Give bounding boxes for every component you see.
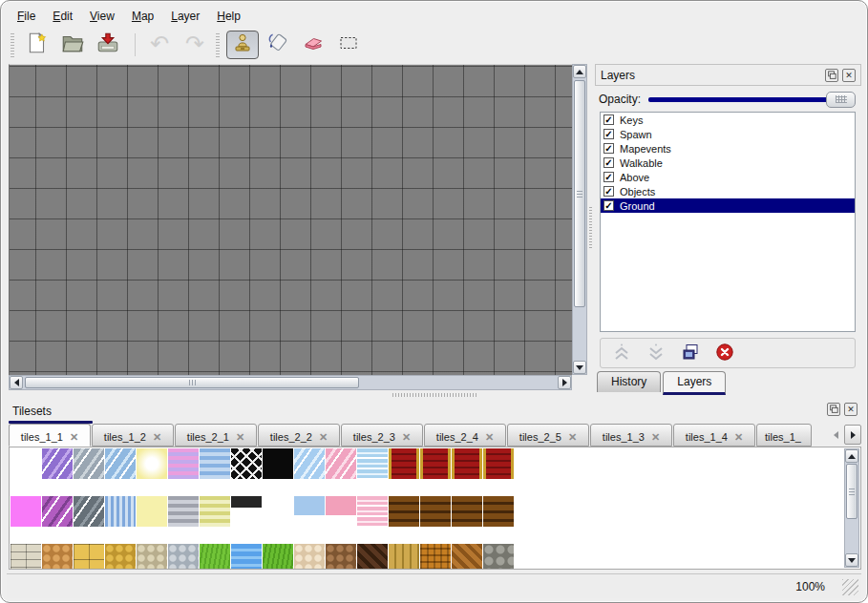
layer-visibility-checkbox[interactable]: ✓ <box>603 129 614 139</box>
tile-r2-c8[interactable] <box>231 496 262 527</box>
tile-r2-c3[interactable] <box>74 496 104 527</box>
tile-r1-c14[interactable] <box>420 448 451 479</box>
stamp-tool-button[interactable] <box>226 31 259 59</box>
tab-close-icon[interactable]: ✕ <box>651 431 660 444</box>
tile-r3-c12[interactable] <box>357 544 388 570</box>
tileset-tab-tiles_2_3[interactable]: tiles_2_3✕ <box>341 424 423 447</box>
tile-r2-c13[interactable] <box>389 496 419 527</box>
tab-layers[interactable]: Layers <box>663 371 726 395</box>
scroll-down-arrow-icon[interactable] <box>845 553 858 567</box>
tab-close-icon[interactable]: ✕ <box>153 431 161 444</box>
layer-visibility-checkbox[interactable]: ✓ <box>603 200 614 211</box>
menu-map[interactable]: Map <box>123 8 162 25</box>
tileset-tab-tiles_1_4[interactable]: tiles_1_4✕ <box>673 424 755 447</box>
scroll-right-arrow-icon[interactable] <box>558 376 571 389</box>
tile-r1-c8[interactable] <box>231 448 262 479</box>
tile-r2-c6[interactable] <box>168 496 199 527</box>
undo-button[interactable]: ↶ <box>143 31 176 59</box>
tab-scroll-right-icon[interactable] <box>844 425 861 445</box>
lower-layer-button[interactable] <box>645 342 667 364</box>
close-panel-icon[interactable]: ✕ <box>844 403 857 416</box>
tile-r1-c3[interactable] <box>74 448 104 479</box>
layer-row-ground[interactable]: ✓Ground <box>601 198 855 213</box>
tab-close-icon[interactable]: ✕ <box>319 431 328 444</box>
tile-r2-c12[interactable] <box>357 496 388 527</box>
menu-view[interactable]: View <box>81 8 123 25</box>
tile-r3-c5[interactable] <box>137 544 167 570</box>
close-panel-icon[interactable]: ✕ <box>842 69 856 82</box>
tab-close-icon[interactable]: ✕ <box>70 431 78 444</box>
layer-visibility-checkbox[interactable]: ✓ <box>603 114 614 125</box>
duplicate-layer-button[interactable] <box>679 342 702 364</box>
tile-r3-c7[interactable] <box>200 544 230 570</box>
tile-r3-c3[interactable] <box>74 544 104 570</box>
tile-r2-c1[interactable] <box>11 496 41 527</box>
tile-r1-c13[interactable] <box>389 448 419 479</box>
open-button[interactable] <box>56 31 89 59</box>
tileset-tab-tiles_1_3[interactable]: tiles_1_3✕ <box>590 424 672 447</box>
layer-row-above[interactable]: ✓Above <box>601 170 855 184</box>
tile-r3-c15[interactable] <box>452 544 482 570</box>
tile-r1-c16[interactable] <box>483 448 514 479</box>
layer-row-mapevents[interactable]: ✓Mapevents <box>601 141 855 156</box>
tileset-tab-tiles_2_5[interactable]: tiles_2_5✕ <box>507 424 589 447</box>
tile-r2-c16[interactable] <box>483 496 514 527</box>
layer-visibility-checkbox[interactable]: ✓ <box>603 172 614 182</box>
delete-layer-button[interactable] <box>713 342 736 364</box>
tile-r1-c7[interactable] <box>200 448 230 479</box>
tile-r2-c11[interactable] <box>326 496 356 527</box>
tile-r3-c4[interactable] <box>105 544 136 570</box>
tab-scroll-left-icon[interactable] <box>829 425 842 445</box>
tileset-tab-tiles_1_1[interactable]: tiles_1_1✕ <box>9 424 91 447</box>
tile-r3-c11[interactable] <box>326 544 356 570</box>
layer-visibility-checkbox[interactable]: ✓ <box>603 186 614 197</box>
tileset-tab-tiles_2_1[interactable]: tiles_2_1✕ <box>175 424 257 447</box>
opacity-slider-handle[interactable] <box>826 92 856 108</box>
map-canvas-grid[interactable] <box>9 64 572 375</box>
opacity-slider-track[interactable] <box>648 97 856 102</box>
canvas-vertical-scrollbar[interactable] <box>572 64 587 375</box>
tile-r1-c4[interactable] <box>105 448 136 479</box>
tile-r1-c1[interactable] <box>11 448 41 479</box>
horizontal-splitter[interactable] <box>9 391 862 399</box>
tile-r2-c5[interactable] <box>137 496 167 527</box>
layer-row-walkable[interactable]: ✓Walkable <box>601 156 855 170</box>
tile-r3-c8[interactable] <box>231 544 262 570</box>
tileset-tab-tiles_2_2[interactable]: tiles_2_2✕ <box>258 424 340 447</box>
save-button[interactable] <box>92 31 124 59</box>
raise-layer-button[interactable] <box>610 342 633 364</box>
scroll-up-arrow-icon[interactable] <box>845 449 858 463</box>
tile-r3-c6[interactable] <box>168 544 199 570</box>
tile-r1-c11[interactable] <box>326 448 356 479</box>
vertical-splitter[interactable] <box>588 64 594 390</box>
tab-close-icon[interactable]: ✕ <box>734 431 743 444</box>
tile-r3-c10[interactable] <box>294 544 325 570</box>
tab-close-icon[interactable]: ✕ <box>236 431 244 444</box>
tile-r3-c1[interactable] <box>11 544 41 570</box>
tile-r1-c6[interactable] <box>168 448 199 479</box>
tile-r3-c14[interactable] <box>420 544 451 570</box>
toolbar-grip[interactable] <box>11 32 14 57</box>
layer-row-objects[interactable]: ✓Objects <box>601 184 855 198</box>
menu-edit[interactable]: Edit <box>44 8 81 25</box>
canvas-hscroll-thumb[interactable] <box>25 377 359 388</box>
tab-close-icon[interactable]: ✕ <box>402 431 411 444</box>
tile-r1-c15[interactable] <box>452 448 482 479</box>
menu-layer[interactable]: Layer <box>162 8 208 25</box>
tileset-tab-tiles_1[interactable]: tiles_1_ <box>756 424 812 447</box>
tileset-tab-tiles_1_2[interactable]: tiles_1_2✕ <box>92 424 174 447</box>
tile-r2-c10[interactable] <box>294 496 325 527</box>
scroll-left-arrow-icon[interactable] <box>10 376 23 389</box>
opacity-slider[interactable] <box>648 92 856 108</box>
redo-button[interactable]: ↷ <box>179 31 211 59</box>
tile-r2-c4[interactable] <box>105 496 136 527</box>
tile-r3-c16[interactable] <box>483 544 514 570</box>
float-panel-icon[interactable] <box>825 69 838 82</box>
tab-history[interactable]: History <box>597 371 661 392</box>
tile-r3-c13[interactable] <box>389 544 419 570</box>
tab-close-icon[interactable]: ✕ <box>568 431 577 444</box>
menu-help[interactable]: Help <box>208 8 249 25</box>
tile-r3-c2[interactable] <box>42 544 73 570</box>
toolbar-grip[interactable] <box>216 32 220 57</box>
layer-visibility-checkbox[interactable]: ✓ <box>603 157 614 168</box>
